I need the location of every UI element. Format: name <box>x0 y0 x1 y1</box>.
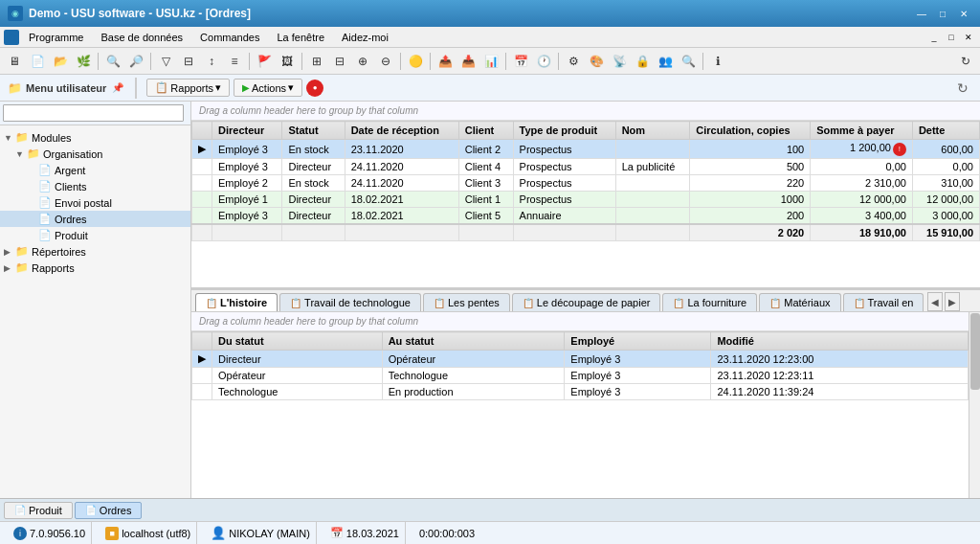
tb-search2-icon[interactable]: 🔍 <box>678 51 699 72</box>
menu-commandes[interactable]: Commandes <box>192 30 267 45</box>
tb-zoom-icon[interactable]: 🔎 <box>125 51 146 72</box>
table-row[interactable]: Employé 3Directeur24.11.2020Client 4Pros… <box>192 159 980 175</box>
col-directeur[interactable]: Directeur <box>212 122 282 140</box>
bottom-table-row[interactable]: TechnologueEn productionEmployé 324.11.2… <box>192 384 969 400</box>
tab-0[interactable]: 📋L'histoire <box>195 293 278 311</box>
tb-lock-icon[interactable]: 🔒 <box>632 51 653 72</box>
menu-close-button[interactable]: ✕ <box>961 30 976 45</box>
tb-filter2-icon[interactable]: ⊟ <box>178 51 199 72</box>
tb-group-icon[interactable]: ⊞ <box>306 51 327 72</box>
tb-image-icon[interactable]: 🖼 <box>277 51 298 72</box>
bottom-col-modifie[interactable]: Modifié <box>711 332 969 351</box>
sidebar-item-ordres[interactable]: 📄 Ordres <box>0 211 190 227</box>
secondary-refresh-button[interactable]: ↻ <box>953 79 972 98</box>
tb-collapse-icon[interactable]: ⊖ <box>375 51 396 72</box>
status-version-seg: i 7.0.9056.10 <box>8 522 92 544</box>
stop-button[interactable]: ● <box>306 79 323 97</box>
sidebar-item-repertoires[interactable]: ▶ 📁 Répertoires <box>0 243 190 260</box>
table-row[interactable]: Employé 2En stock24.11.2020Client 3Prosp… <box>192 175 980 192</box>
table-row[interactable]: Employé 3Directeur18.02.2021Client 5Annu… <box>192 208 980 225</box>
status-time: 0:00:00:003 <box>419 528 475 539</box>
tb-flag-icon[interactable]: 🚩 <box>254 51 275 72</box>
tb-open-icon[interactable]: 📂 <box>50 51 71 72</box>
col-nom[interactable]: Nom <box>615 122 690 140</box>
bottom-col-employe[interactable]: Employé <box>565 332 711 351</box>
tb-search-icon[interactable]: 🔍 <box>102 51 123 72</box>
tab-nav-next[interactable]: ▶ <box>945 292 960 311</box>
col-dette[interactable]: Dette <box>912 122 979 140</box>
tb-excel-icon[interactable]: 📊 <box>480 51 501 72</box>
rapports-dropdown-button[interactable]: 📋 Rapports ▾ <box>146 79 230 97</box>
close-button[interactable]: ✕ <box>955 6 972 21</box>
tb-gear-icon[interactable]: ⚙ <box>563 51 584 72</box>
menu-fenetre[interactable]: La fenêtre <box>269 30 332 45</box>
taskbar-tab-0[interactable]: 📄Produit <box>4 502 73 519</box>
col-client[interactable]: Client <box>458 122 513 140</box>
minimize-button[interactable]: — <box>913 6 930 21</box>
expand-modules-icon: ▼ <box>4 133 13 143</box>
tb-info-icon[interactable]: ℹ <box>707 51 728 72</box>
tab-6[interactable]: 📋Travail en <box>843 293 924 311</box>
sidebar-item-modules[interactable]: ▼ 📁 Modules <box>0 129 190 146</box>
tab-5[interactable]: 📋Matériaux <box>759 293 840 311</box>
bottom-scrollbar[interactable] <box>969 312 980 498</box>
col-somme[interactable]: Somme à payer <box>811 122 913 140</box>
col-circulation[interactable]: Circulation, copies <box>690 122 811 140</box>
pin-button[interactable]: 📌 <box>110 80 125 96</box>
tb-filter-icon[interactable]: ▽ <box>155 51 176 72</box>
menu-bar: ◉ Programme Base de données Commandes La… <box>0 27 980 48</box>
tab-label-0: L'histoire <box>220 297 267 308</box>
sidebar-item-rapports[interactable]: ▶ 📁 Rapports <box>0 260 190 276</box>
tb-rss-icon[interactable]: 📡 <box>609 51 630 72</box>
tab-4[interactable]: 📋La fourniture <box>662 293 757 311</box>
tb-new-icon[interactable]: 📄 <box>27 51 48 72</box>
tab-nav-prev[interactable]: ◀ <box>927 292 943 311</box>
sidebar-item-organisation[interactable]: ▼ 📁 Organisation <box>0 146 190 162</box>
sidebar-item-clients[interactable]: 📄 Clients <box>0 178 190 194</box>
col-date[interactable]: Date de réception <box>345 122 458 140</box>
tb-sort-icon[interactable]: ↕ <box>201 51 222 72</box>
tb-import-icon[interactable]: 📥 <box>457 51 479 72</box>
tb-palette-icon[interactable]: 🎨 <box>586 51 607 72</box>
tb-refresh-icon[interactable]: ↻ <box>955 51 976 72</box>
tb-yellow-icon[interactable]: 🟡 <box>405 51 426 72</box>
status-date: 18.03.2021 <box>346 528 399 539</box>
col-type-produit[interactable]: Type de produit <box>513 122 615 140</box>
menu-minimize-button[interactable]: _ <box>926 30 942 45</box>
totals-empty-cell <box>282 224 345 241</box>
tb-export-icon[interactable]: 📤 <box>434 51 456 72</box>
sidebar-item-produit[interactable]: 📄 Produit <box>0 227 190 243</box>
sidebar-search-input[interactable] <box>3 104 184 122</box>
table-row[interactable]: Employé 1Directeur18.02.2021Client 1Pros… <box>192 192 980 208</box>
tb-tree-icon[interactable]: 🌿 <box>73 51 94 72</box>
tb-users-icon[interactable]: 👥 <box>655 51 676 72</box>
sidebar-item-argent[interactable]: 📄 Argent <box>0 162 190 178</box>
restore-button[interactable]: □ <box>934 6 951 21</box>
bottom-col-du-statut[interactable]: Du statut <box>212 332 383 351</box>
sidebar-item-envoi-postal[interactable]: 📄 Envoi postal <box>0 194 190 211</box>
actions-dropdown-button[interactable]: ▶ Actions ▾ <box>234 79 302 97</box>
tb-calendar-icon[interactable]: 📅 <box>510 51 531 72</box>
tb-list-icon[interactable]: ≡ <box>224 51 245 72</box>
menu-aidez-moi[interactable]: Aidez-moi <box>334 30 396 45</box>
cell-statut: En stock <box>282 175 345 192</box>
menu-base-donnees[interactable]: Base de données <box>93 30 190 45</box>
menu-restore-button[interactable]: □ <box>944 30 959 45</box>
tb-ungroup-icon[interactable]: ⊟ <box>329 51 350 72</box>
bottom-table-row[interactable]: OpérateurTechnologueEmployé 323.11.2020 … <box>192 368 969 384</box>
tb-expand-icon[interactable]: ⊕ <box>352 51 373 72</box>
tab-1[interactable]: 📋Travail de technologue <box>279 293 421 311</box>
table-row[interactable]: ▶Employé 3En stock23.11.2020Client 2Pros… <box>192 140 980 159</box>
bottom-col-au-statut[interactable]: Au statut <box>382 332 565 351</box>
tb-monitor-icon[interactable]: 🖥 <box>4 51 25 72</box>
taskbar-tab-1[interactable]: 📄Ordres <box>75 502 143 519</box>
tab-2[interactable]: 📋Les pentes <box>423 293 510 311</box>
bottom-table-row[interactable]: ▶DirecteurOpérateurEmployé 323.11.2020 1… <box>192 351 969 368</box>
tab-3[interactable]: 📋Le découpage de papier <box>512 293 661 311</box>
sidebar: ▼ 📁 Modules ▼ 📁 Organisation 📄 Argent 📄 … <box>0 102 191 498</box>
col-statut[interactable]: Statut <box>282 122 345 140</box>
tb-clock-icon[interactable]: 🕐 <box>533 51 554 72</box>
menu-programme[interactable]: Programme <box>21 30 91 45</box>
bottom-data-table: Du statut Au statut Employé Modifié ▶Dir… <box>191 331 969 400</box>
scrollbar-thumb[interactable] <box>970 313 980 390</box>
